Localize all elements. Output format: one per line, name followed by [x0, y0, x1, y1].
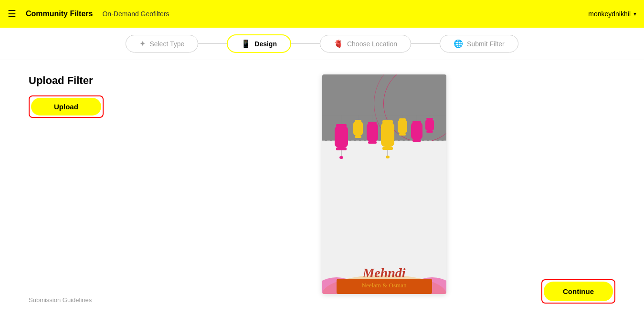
svg-rect-31	[426, 118, 433, 120]
select-type-icon: ✦	[139, 39, 146, 48]
svg-rect-14	[368, 141, 377, 144]
preview-bottom: Mehndi Neelam & Osman	[322, 246, 446, 294]
svg-point-20	[386, 156, 390, 158]
svg-rect-4	[336, 147, 347, 150]
continue-button-wrapper: Continue	[541, 279, 615, 304]
upload-button-wrapper: Upload	[29, 95, 104, 118]
step-design[interactable]: 📱 Design	[227, 34, 291, 53]
svg-rect-26	[411, 122, 422, 139]
svg-rect-3	[336, 124, 347, 127]
svg-rect-12	[367, 123, 378, 141]
svg-rect-18	[382, 147, 393, 150]
filter-preview: Mehndi Neelam & Osman	[322, 74, 446, 294]
step-design-label: Design	[254, 40, 277, 48]
header: ☰ Community Filters On-Demand Geofilters…	[0, 0, 644, 28]
design-icon: 📱	[241, 39, 251, 48]
username: monkeydnikhil	[588, 10, 631, 18]
preview-area: Mehndi Neelam & Osman	[153, 74, 615, 304]
svg-rect-32	[426, 131, 433, 133]
step-submit-filter-label: Submit Filter	[467, 40, 505, 48]
chevron-down-icon: ▾	[633, 10, 636, 17]
svg-rect-17	[382, 120, 393, 123]
step-connector-1	[198, 43, 227, 44]
submit-filter-icon: 🌐	[454, 39, 463, 48]
step-choose-location-label: Choose Location	[347, 40, 397, 48]
lanterns-area	[322, 113, 446, 170]
step-choose-location[interactable]: 🫀 Choose Location	[320, 35, 411, 52]
mehndi-text: Mehndi	[362, 265, 405, 281]
svg-rect-2	[335, 126, 348, 147]
user-menu[interactable]: monkeydnikhil ▾	[588, 10, 636, 18]
left-panel: Upload Filter Upload	[29, 74, 134, 304]
svg-rect-10	[355, 136, 361, 138]
submission-guidelines-link[interactable]: Submission Guidelines	[29, 296, 92, 304]
on-demand-link[interactable]: On-Demand Geofilters	[102, 10, 169, 18]
upload-filter-title: Upload Filter	[29, 74, 134, 87]
choose-location-icon: 🫀	[334, 39, 343, 48]
svg-point-6	[339, 156, 343, 159]
svg-rect-27	[412, 121, 421, 123]
steps-bar: ✦ Select Type 📱 Design 🫀 Choose Location…	[0, 28, 644, 60]
continue-button[interactable]: Continue	[544, 282, 613, 301]
svg-rect-16	[381, 122, 394, 147]
svg-rect-30	[425, 119, 434, 131]
header-left: ☰ Community Filters On-Demand Geofilters	[8, 8, 169, 20]
main-content: Upload Filter Upload	[0, 60, 644, 315]
brand-title: Community Filters	[26, 10, 93, 18]
step-select-type-label: Select Type	[149, 40, 184, 48]
step-connector-3	[411, 43, 440, 44]
names-text: Neelam & Osman	[362, 282, 407, 289]
step-submit-filter[interactable]: 🌐 Submit Filter	[440, 35, 518, 52]
svg-rect-22	[398, 120, 407, 133]
svg-rect-9	[355, 120, 361, 122]
hamburger-icon[interactable]: ☰	[8, 8, 16, 20]
svg-rect-24	[399, 133, 406, 136]
step-connector-2	[291, 43, 320, 44]
upload-button[interactable]: Upload	[31, 98, 101, 116]
step-select-type[interactable]: ✦ Select Type	[126, 35, 198, 52]
svg-rect-8	[353, 121, 363, 136]
svg-rect-23	[399, 118, 406, 121]
svg-rect-28	[412, 139, 421, 142]
svg-rect-13	[368, 122, 377, 124]
